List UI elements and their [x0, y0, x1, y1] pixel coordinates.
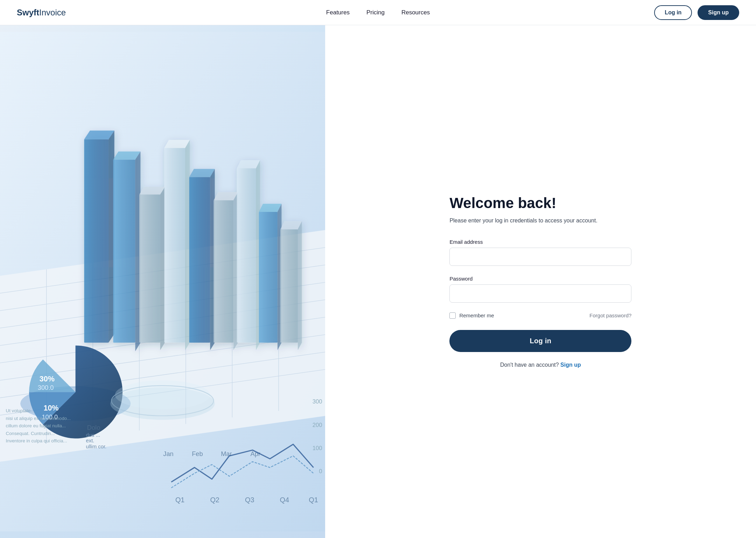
svg-text:200: 200	[313, 422, 322, 428]
svg-marker-37	[160, 187, 165, 350]
login-button[interactable]: Log in	[449, 330, 631, 352]
nav-actions: Log in Sign up	[654, 5, 739, 20]
svg-text:Ut voluptate...: Ut voluptate...	[6, 408, 35, 413]
login-form-container: Welcome back! Please enter your log in c…	[449, 195, 631, 368]
svg-text:Q4: Q4	[280, 496, 289, 504]
signup-link[interactable]: Sign up	[560, 362, 581, 368]
svg-rect-53	[280, 229, 298, 343]
navbar: SwyftInvoice Features Pricing Resources …	[0, 0, 756, 25]
form-options: Remember me Forgot password?	[449, 312, 631, 319]
svg-text:ext.: ext.	[86, 437, 94, 443]
main-content: Jan Feb Mar Apr Q1 Q2 Q3 Q4 Q1 300 200 1…	[0, 25, 756, 538]
svg-rect-50	[259, 212, 278, 343]
welcome-title: Welcome back!	[449, 195, 631, 211]
svg-text:Jan: Jan	[163, 450, 173, 457]
svg-text:Feb: Feb	[192, 450, 203, 457]
svg-text:300: 300	[313, 398, 322, 405]
svg-text:Q2: Q2	[210, 496, 219, 504]
email-label: Email address	[449, 239, 631, 245]
svg-marker-48	[237, 160, 260, 168]
svg-point-66	[115, 380, 210, 409]
svg-rect-35	[139, 194, 160, 343]
email-input[interactable]	[449, 248, 631, 266]
svg-rect-47	[237, 168, 256, 343]
forgot-password-link[interactable]: Forgot password?	[589, 312, 631, 318]
right-panel: Welcome back! Please enter your log in c…	[325, 25, 756, 538]
password-label: Password	[449, 276, 631, 282]
svg-text:cillum dolore eu fugiat nulla.: cillum dolore eu fugiat nulla...	[6, 423, 66, 428]
svg-rect-44	[214, 200, 233, 343]
svg-text:Dolo: Dolo	[87, 424, 100, 431]
logo[interactable]: SwyftInvoice	[17, 8, 66, 18]
svg-text:dus ...: dus ...	[86, 432, 100, 438]
nav-resources[interactable]: Resources	[401, 9, 430, 16]
svg-text:30%: 30%	[40, 374, 55, 383]
left-panel: Jan Feb Mar Apr Q1 Q2 Q3 Q4 Q1 300 200 1…	[0, 25, 325, 538]
signup-prompt: Don't have an account? Sign up	[449, 362, 631, 368]
nav-links: Features Pricing Resources	[326, 9, 430, 16]
nav-signup-button[interactable]: Sign up	[698, 5, 739, 20]
svg-text:0: 0	[319, 468, 322, 475]
welcome-subtitle: Please enter your log in credentials to …	[449, 216, 631, 225]
chart-illustration: Jan Feb Mar Apr Q1 Q2 Q3 Q4 Q1 300 200 1…	[0, 25, 325, 538]
svg-text:ullim cor.: ullim cor.	[86, 443, 106, 449]
svg-text:300.0: 300.0	[38, 384, 54, 391]
svg-marker-40	[185, 140, 190, 350]
svg-text:Q3: Q3	[245, 496, 254, 504]
svg-text:nisi ut aliquip ex ea commodo.: nisi ut aliquip ex ea commodo...	[6, 416, 71, 421]
password-form-group: Password	[449, 276, 631, 303]
svg-rect-32	[113, 160, 135, 343]
nav-login-button[interactable]: Log in	[654, 5, 692, 20]
logo-swyft: Swyft	[17, 8, 39, 18]
svg-rect-38	[164, 148, 185, 343]
logo-invoice: Invoice	[39, 8, 66, 18]
svg-rect-41	[189, 177, 210, 343]
svg-text:Q1: Q1	[309, 496, 318, 504]
email-form-group: Email address	[449, 239, 631, 266]
nav-pricing[interactable]: Pricing	[366, 9, 385, 16]
no-account-text: Don't have an account?	[500, 362, 559, 368]
svg-marker-55	[298, 221, 302, 350]
remember-me-checkbox[interactable]	[449, 312, 456, 319]
nav-features[interactable]: Features	[326, 9, 350, 16]
remember-me-group: Remember me	[449, 312, 494, 319]
svg-text:Consequat. Cuntrudin...: Consequat. Cuntrudin...	[6, 431, 55, 436]
password-input[interactable]	[449, 284, 631, 303]
svg-text:Q1: Q1	[175, 496, 185, 504]
svg-text:Inventore in culpa qui officia: Inventore in culpa qui officia...	[6, 438, 67, 443]
svg-text:100: 100	[313, 445, 322, 451]
svg-text:10%: 10%	[43, 404, 58, 412]
svg-rect-29	[84, 139, 108, 343]
remember-me-label: Remember me	[459, 312, 494, 318]
